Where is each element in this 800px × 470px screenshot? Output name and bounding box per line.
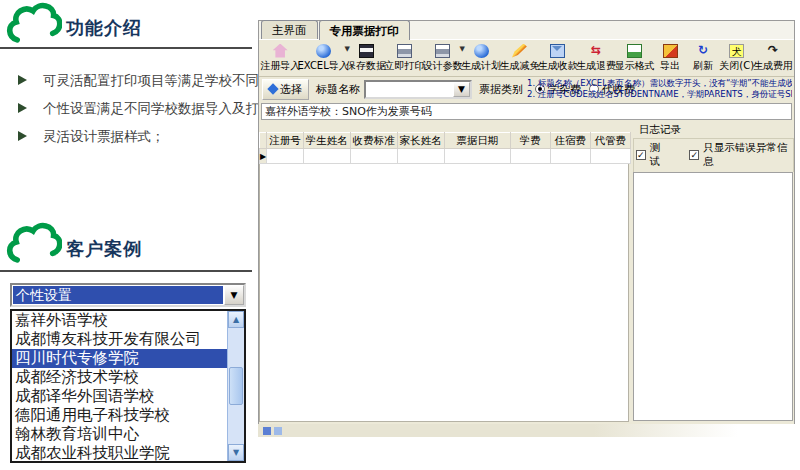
pencil-icon — [512, 44, 527, 58]
tab-ticket-print[interactable]: 专用票据打印 — [319, 20, 410, 40]
table-row[interactable]: ▶ — [260, 149, 631, 164]
bullet-arrow-icon — [18, 75, 27, 85]
hint-text: 1. 标题名称（EXCEL表页名称）需以数字开头，没有“学期”不能生成收款记录 … — [527, 78, 792, 99]
scroll-up-icon[interactable]: ▲ — [228, 311, 244, 328]
printer-params-icon — [435, 44, 450, 58]
divider — [0, 270, 252, 272]
bullet-arrow-icon — [18, 131, 27, 141]
filter-row: 选择 标题名称 ▼ 票据类别 学杂费 代收费 1. 标题名称（EXCEL表页名称… — [259, 77, 794, 101]
column-header[interactable]: 学生姓名 — [303, 133, 350, 149]
checkbox-test-label: 测试 — [650, 141, 670, 169]
column-header[interactable]: 收费标准 — [350, 133, 397, 149]
title-name-label: 标题名称 — [316, 82, 360, 97]
printer-icon — [397, 44, 412, 58]
export-icon — [663, 44, 678, 58]
column-header[interactable]: 家长姓名 — [397, 133, 444, 149]
chevron-down-icon[interactable]: ▼ — [453, 82, 470, 97]
log-list[interactable] — [633, 172, 793, 421]
house-icon — [273, 44, 288, 58]
scrollbar[interactable]: ▲ ▼ — [227, 311, 244, 461]
ticket-category-label: 票据类别 — [479, 82, 523, 97]
cases-title: 客户案例 — [66, 237, 142, 261]
print-now-button[interactable]: 立即打印 — [385, 41, 423, 75]
cases-dropdown[interactable]: 个性设置 ▼ — [10, 283, 246, 307]
checkbox-errors-only-icon[interactable]: ✓ — [689, 150, 699, 160]
column-header[interactable]: 学费 — [510, 133, 550, 149]
hint-line-2: 2. 注册号CODE或姓名STUDENTNAME，学期PARENTS，身份证号S… — [527, 89, 792, 100]
register-import-button[interactable]: 注册导入 — [261, 41, 299, 75]
cases-dropdown-value: 个性设置 — [13, 286, 223, 304]
design-params-button[interactable]: ▼ 设计参数 — [424, 41, 462, 75]
generate-plan-button[interactable]: 生成计划 — [462, 41, 500, 75]
refresh-button[interactable]: ↻ 刷新 — [687, 41, 720, 75]
list-item[interactable]: 嘉祥外语学校 — [12, 311, 227, 330]
hint-line-1: 1. 标题名称（EXCEL表页名称）需以数字开头，没有“学期”不能生成收款记录 — [527, 78, 792, 89]
refund-arrows-icon: ⇆ — [589, 44, 604, 58]
row-selector-header — [260, 133, 267, 149]
list-item[interactable]: 成都农业科技职业学院 — [12, 444, 227, 461]
list-item[interactable]: 德阳通用电子科技学校 — [12, 406, 227, 425]
chevron-down-icon[interactable]: ▼ — [224, 285, 244, 305]
toolbar: 注册导入 ▼ EXCEL导入 保存数据 立即打印 ▼ 设计参数 生成计划 生成减… — [259, 40, 794, 77]
envelope-icon — [550, 44, 565, 58]
status-bar: 嘉祥外语学校：SNO作为发票号码 — [261, 103, 792, 120]
tab-bar: 主界面 专用票据打印 — [259, 21, 794, 40]
refresh-icon: ↻ — [696, 44, 711, 58]
tab-main[interactable]: 主界面 — [261, 20, 318, 39]
cases-listbox[interactable]: 嘉祥外语学校 成都博友科技开发有限公司 四川时代专修学院 成都经济技术学校 成都… — [10, 309, 246, 463]
feature-bullet-text: 个性设置满足不同学校数据导入及打印 — [43, 100, 273, 118]
list-item[interactable]: 成都译华外国语学校 — [12, 387, 227, 406]
feature-bullet-text: 可灵活配置打印项目等满足学校不同需 — [43, 72, 273, 90]
list-item[interactable]: 翰林教育培训中心 — [12, 425, 227, 444]
plan-ball-icon — [474, 44, 489, 58]
log-panel: 日志记录 ✓ 测试 ✓ 只显示错误异常信息 — [633, 122, 794, 422]
cloud-logo — [6, 2, 62, 46]
log-title: 日志记录 — [633, 122, 794, 138]
fee-arrow-icon: ↷ — [765, 44, 780, 58]
generate-fee-button[interactable]: ↷ 生成费用 — [754, 41, 792, 75]
title-name-value — [366, 82, 453, 97]
format-doc-icon — [627, 44, 642, 58]
grid-empty-area — [259, 164, 629, 422]
list-item[interactable]: 成都经济技术学校 — [12, 368, 227, 387]
display-format-button[interactable]: 显示格式 — [615, 41, 653, 75]
column-header[interactable]: 住宿费 — [550, 133, 590, 149]
select-button[interactable]: 选择 — [262, 79, 309, 100]
list-item[interactable]: 成都博友科技开发有限公司 — [12, 330, 227, 349]
checkbox-errors-only-label: 只显示错误异常信息 — [703, 141, 791, 169]
data-grid: 注册号 学生姓名 收费标准 家长姓名 票据日期 学费 住宿费 代管费 ▶ — [259, 122, 631, 422]
mini-icon — [274, 427, 282, 435]
scroll-down-icon[interactable]: ▼ — [228, 444, 244, 461]
excel-import-button[interactable]: ▼ EXCEL导入 — [299, 41, 347, 75]
generate-payment-button[interactable]: 生成收款 — [539, 41, 577, 75]
diamond-icon — [267, 83, 278, 94]
import-ball-icon — [316, 44, 331, 58]
generate-waiver-button[interactable]: 生成减免 — [500, 41, 538, 75]
title-name-combobox[interactable]: ▼ — [364, 80, 472, 99]
scroll-thumb[interactable] — [229, 367, 243, 405]
features-title: 功能介绍 — [66, 16, 142, 40]
checkbox-test-icon[interactable]: ✓ — [636, 150, 646, 160]
bottom-fade-strip — [258, 424, 738, 437]
column-header[interactable]: 代管费 — [590, 133, 630, 149]
log-checkboxes: ✓ 测试 ✓ 只显示错误异常信息 — [633, 138, 794, 172]
divider — [0, 47, 252, 49]
close-button[interactable]: 犬 关闭(C) — [720, 41, 754, 75]
save-data-button[interactable]: 保存数据 — [347, 41, 385, 75]
bullet-arrow-icon — [18, 103, 27, 113]
column-header[interactable]: 注册号 — [267, 133, 304, 149]
mini-icon — [263, 427, 271, 435]
floppy-save-icon — [359, 44, 374, 58]
work-area: 注册号 学生姓名 收费标准 家长姓名 票据日期 学费 住宿费 代管费 ▶ 日志记… — [259, 122, 794, 422]
export-button[interactable]: 导出 — [654, 41, 687, 75]
cloud-logo — [6, 222, 62, 266]
feature-bullet-text: 灵活设计票据样式； — [43, 128, 165, 146]
row-marker-icon: ▶ — [260, 149, 267, 164]
generate-refund-button[interactable]: ⇆ 生成退费 — [577, 41, 615, 75]
list-item-selected[interactable]: 四川时代专修学院 — [12, 349, 227, 368]
column-header[interactable]: 票据日期 — [444, 133, 510, 149]
app-window: 主界面 专用票据打印 注册导入 ▼ EXCEL导入 保存数据 立即打印 ▼ 设计… — [258, 20, 795, 424]
close-runner-icon: 犬 — [729, 44, 744, 58]
